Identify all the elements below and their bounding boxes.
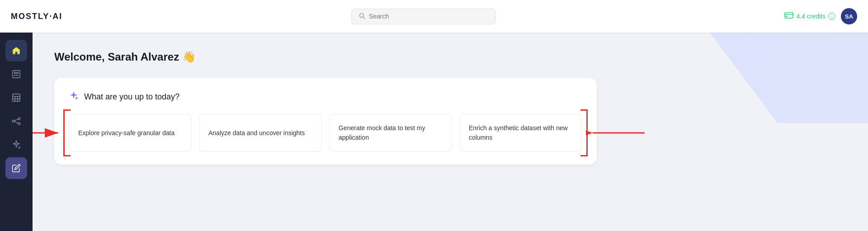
action-card-explore[interactable]: Explore privacy-safe granular data	[69, 114, 192, 152]
topbar-right: 4.4 credits i SA	[784, 8, 857, 24]
cards-wrapper: Explore privacy-safe granular data Analy…	[69, 114, 582, 152]
assistant-card: What are you up to today?	[54, 78, 597, 165]
svg-rect-8	[13, 94, 20, 102]
credits-label: 4.4 credits	[796, 13, 826, 20]
svg-point-7	[17, 72, 19, 74]
sidebar-item-table[interactable]	[5, 87, 27, 108]
svg-point-13	[12, 120, 14, 123]
info-icon[interactable]: i	[828, 13, 835, 20]
assistant-question: What are you up to today?	[84, 92, 179, 102]
svg-rect-2	[785, 13, 793, 18]
svg-rect-4	[786, 16, 788, 17]
search-box[interactable]	[351, 9, 496, 24]
sidebar-item-edit[interactable]	[5, 157, 27, 179]
svg-line-16	[14, 119, 18, 121]
svg-line-1	[363, 17, 365, 19]
action-card-generate[interactable]: Generate mock data to test my applicatio…	[329, 114, 452, 152]
assistant-header: What are you up to today?	[69, 90, 582, 103]
svg-line-17	[14, 122, 18, 123]
logo: MOSTLY·AI	[11, 12, 62, 21]
search-container	[62, 9, 784, 24]
sparkle-icon	[69, 90, 79, 103]
sidebar	[0, 33, 33, 231]
sidebar-item-sparkle[interactable]	[5, 134, 27, 156]
left-arrow	[33, 122, 65, 144]
search-input[interactable]	[369, 13, 488, 20]
welcome-heading: Welcome, Sarah Alvarez 👋	[54, 51, 846, 63]
svg-point-15	[18, 123, 20, 125]
action-card-enrich[interactable]: Enrich a synthetic dataset with new colu…	[459, 114, 582, 152]
right-arrow	[586, 122, 649, 144]
svg-point-14	[18, 118, 20, 120]
svg-point-6	[14, 72, 16, 74]
content-area: Welcome, Sarah Alvarez 👋 What are you up…	[33, 33, 868, 183]
svg-rect-5	[13, 71, 20, 78]
avatar[interactable]: SA	[841, 8, 857, 24]
main-content: Welcome, Sarah Alvarez 👋 What are you up…	[33, 33, 868, 231]
search-icon	[359, 13, 365, 20]
topbar: MOSTLY·AI 4.4 credits i SA	[0, 0, 868, 33]
sidebar-item-home[interactable]	[5, 40, 27, 61]
credits-badge: 4.4 credits i	[784, 11, 835, 21]
sidebar-item-connector[interactable]	[5, 110, 27, 132]
credits-icon	[784, 11, 793, 21]
action-card-analyze[interactable]: Analyze data and uncover insights	[199, 114, 322, 152]
sidebar-item-ai[interactable]	[5, 63, 27, 85]
